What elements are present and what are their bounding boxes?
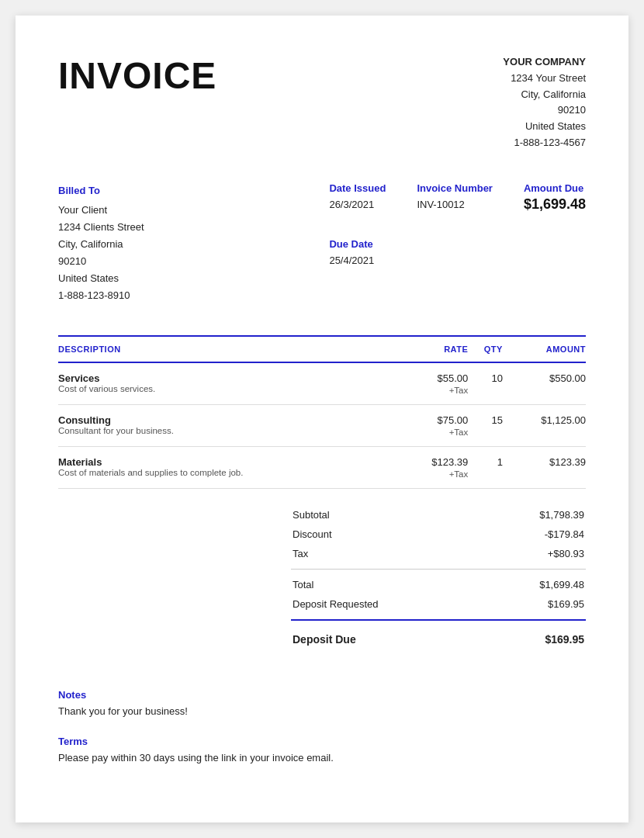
client-name: Your Client: [58, 202, 144, 219]
item-tax-0: +Tax: [449, 386, 469, 395]
amount-due-block: Amount Due $1,699.48: [524, 182, 586, 213]
total-label: Total: [293, 576, 483, 594]
date-issued-block: Date Issued 26/3/2021 Due Date 25/4/2021: [329, 182, 386, 269]
notes-section: Notes Thank you for your business!: [58, 689, 586, 720]
invoice-number-label: Invoice Number: [417, 182, 493, 194]
item-tax-1: +Tax: [449, 428, 469, 437]
company-zip: 90210: [503, 102, 586, 119]
client-zip: 90210: [58, 253, 144, 270]
total-value: $1,699.48: [485, 576, 584, 594]
totals-section: Subtotal $1,798.39 Discount -$179.84 Tax…: [58, 504, 586, 650]
col-amount: AMOUNT: [503, 336, 586, 362]
tax-value: +$80.93: [429, 545, 584, 563]
amount-due-label: Amount Due: [524, 182, 586, 194]
discount-value: -$179.84: [429, 525, 584, 543]
due-date-label: Due Date: [329, 238, 386, 250]
invoice-meta: Date Issued 26/3/2021 Due Date 25/4/2021…: [329, 182, 586, 305]
deposit-due-label: Deposit Due: [293, 627, 472, 649]
deposit-requested-label: Deposit Requested: [293, 595, 483, 613]
company-info: YOUR COMPANY 1234 Your Street City, Cali…: [503, 54, 586, 151]
client-country: United States: [58, 270, 144, 287]
item-desc-2: Cost of materials and supplies to comple…: [58, 468, 400, 485]
deposit-due-row: Deposit Due $169.95: [293, 627, 584, 649]
totals-table-3: Deposit Due $169.95: [291, 625, 586, 650]
client-city: City, California: [58, 236, 144, 253]
billing-section: Billed To Your Client 1234 Clients Stree…: [58, 182, 586, 305]
due-date-value: 25/4/2021: [329, 252, 386, 269]
terms-text: Please pay within 30 days using the link…: [58, 750, 586, 767]
item-name-desc-0: Services Cost of various services.: [58, 362, 400, 405]
item-rate-0: $55.00+Tax: [400, 362, 468, 405]
notes-label: Notes: [58, 689, 586, 701]
invoice-header: INVOICE YOUR COMPANY 1234 Your Street Ci…: [58, 54, 586, 151]
subtotal-value: $1,798.39: [429, 506, 584, 524]
tax-row: Tax +$80.93: [293, 545, 584, 563]
item-desc-0: Cost of various services.: [58, 384, 400, 401]
tax-label: Tax: [293, 545, 428, 563]
item-rate-2: $123.39+Tax: [400, 447, 468, 489]
client-street: 1234 Clients Street: [58, 219, 144, 236]
totals-table-2: Total $1,699.48 Deposit Requested $169.9…: [291, 574, 586, 615]
item-amount-0: $550.00: [503, 362, 586, 405]
company-name: YOUR COMPANY: [503, 54, 586, 71]
notes-text: Thank you for your business!: [58, 704, 586, 720]
item-name-2: Materials: [58, 456, 400, 468]
col-description: DESCRIPTION: [58, 336, 400, 362]
deposit-requested-row: Deposit Requested $169.95: [293, 595, 584, 613]
totals-table: Subtotal $1,798.39 Discount -$179.84 Tax…: [291, 504, 586, 564]
item-name-desc-2: Materials Cost of materials and supplies…: [58, 447, 400, 489]
terms-section: Terms Please pay within 30 days using th…: [58, 736, 586, 767]
invoice-page: INVOICE YOUR COMPANY 1234 Your Street Ci…: [16, 16, 628, 822]
deposit-due-value: $169.95: [473, 627, 584, 649]
item-qty-1: 15: [468, 405, 503, 447]
total-row: Total $1,699.48: [293, 576, 584, 594]
company-city: City, California: [503, 87, 586, 103]
subtotal-label: Subtotal: [293, 506, 428, 524]
discount-row: Discount -$179.84: [293, 525, 584, 543]
item-amount-1: $1,125.00: [503, 405, 586, 447]
terms-label: Terms: [58, 736, 586, 747]
company-country: United States: [503, 119, 586, 135]
discount-label: Discount: [293, 525, 428, 543]
item-desc-1: Consultant for your business.: [58, 426, 400, 443]
company-phone: 1-888-123-4567: [503, 135, 586, 151]
item-rate-1: $75.00+Tax: [400, 405, 468, 447]
invoice-number-value: INV-10012: [417, 196, 493, 213]
invoice-table: DESCRIPTION RATE QTY AMOUNT Services Cos…: [58, 335, 586, 489]
item-amount-2: $123.39: [503, 447, 586, 489]
date-issued-value: 26/3/2021: [329, 196, 386, 213]
table-header-row: DESCRIPTION RATE QTY AMOUNT: [58, 336, 586, 362]
totals-divider-blue: [291, 619, 586, 621]
item-qty-2: 1: [468, 447, 503, 489]
table-row: Materials Cost of materials and supplies…: [58, 447, 586, 489]
item-name-0: Services: [58, 372, 400, 384]
col-rate: RATE: [400, 336, 468, 362]
date-issued-label: Date Issued: [329, 182, 386, 194]
amount-due-value: $1,699.48: [524, 196, 586, 213]
subtotal-row: Subtotal $1,798.39: [293, 506, 584, 524]
billed-to-label: Billed To: [58, 182, 144, 199]
invoice-title: INVOICE: [58, 54, 216, 97]
invoice-number-block: Invoice Number INV-10012: [417, 182, 493, 213]
item-qty-0: 10: [468, 362, 503, 405]
col-qty: QTY: [468, 336, 503, 362]
table-row: Services Cost of various services. $55.0…: [58, 362, 586, 405]
client-phone: 1-888-123-8910: [58, 287, 144, 304]
item-tax-2: +Tax: [449, 469, 469, 479]
billed-to-block: Billed To Your Client 1234 Clients Stree…: [58, 182, 144, 305]
table-row: Consulting Consultant for your business.…: [58, 405, 586, 447]
item-name-1: Consulting: [58, 414, 400, 426]
company-street: 1234 Your Street: [503, 71, 586, 87]
item-name-desc-1: Consulting Consultant for your business.: [58, 405, 400, 447]
deposit-requested-value: $169.95: [485, 595, 584, 613]
totals-divider: [291, 569, 586, 570]
